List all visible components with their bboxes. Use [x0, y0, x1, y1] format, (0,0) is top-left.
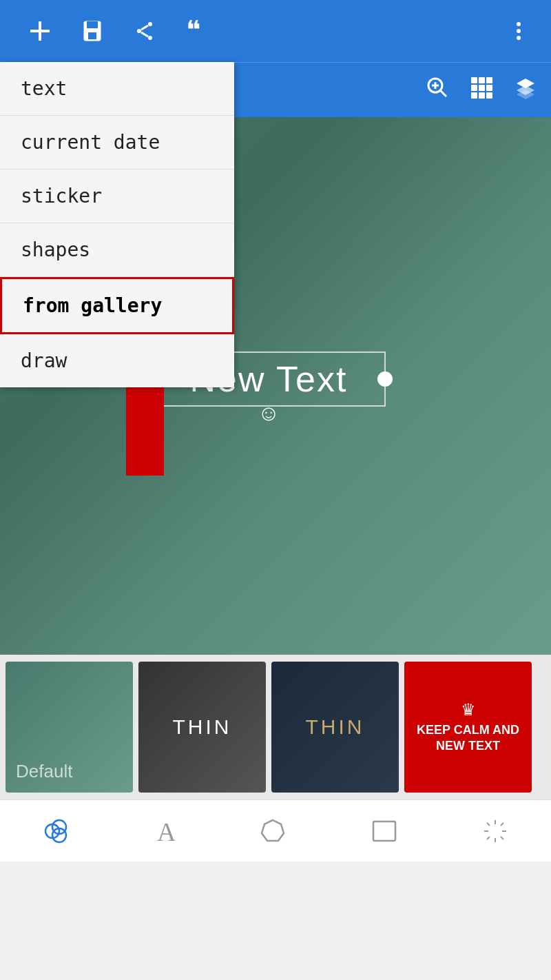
- svg-rect-18: [471, 77, 477, 83]
- svg-line-8: [141, 25, 148, 30]
- svg-point-7: [148, 36, 152, 40]
- svg-rect-3: [87, 21, 98, 28]
- menu-item-shapes[interactable]: shapes: [0, 223, 234, 277]
- canvas-smile-icon: ☺: [258, 400, 280, 426]
- svg-line-15: [440, 90, 446, 96]
- crown-icon: ♛: [461, 700, 476, 719]
- menu-item-text[interactable]: text: [0, 62, 234, 116]
- nav-frame[interactable]: [371, 817, 398, 845]
- nav-circles[interactable]: [42, 817, 70, 845]
- svg-text:❝: ❝: [186, 20, 201, 42]
- svg-rect-21: [471, 85, 477, 91]
- bottom-nav: A: [0, 799, 551, 861]
- menu-item-sticker[interactable]: sticker: [0, 170, 234, 223]
- more-button[interactable]: [515, 20, 522, 42]
- nav-text[interactable]: A: [153, 817, 175, 845]
- grid-button[interactable]: [470, 76, 493, 104]
- svg-rect-26: [486, 92, 492, 99]
- templates-strip: Default THIN THIN ♛ KEEP CALM ANDNEW TEX…: [0, 655, 551, 799]
- layers-button[interactable]: [514, 76, 537, 104]
- svg-line-41: [501, 837, 503, 839]
- top-toolbar: ❝: [0, 0, 551, 62]
- svg-point-12: [517, 29, 521, 33]
- zoom-button[interactable]: [426, 76, 449, 104]
- svg-point-13: [517, 36, 521, 40]
- svg-line-43: [487, 837, 490, 839]
- svg-line-42: [501, 823, 503, 826]
- template-thin1[interactable]: THIN: [138, 662, 266, 793]
- dropdown-menu: text current date sticker shapes from ga…: [0, 62, 234, 387]
- quote-button[interactable]: ❝: [186, 20, 211, 42]
- svg-rect-19: [479, 77, 485, 83]
- nav-magic[interactable]: [481, 817, 509, 845]
- menu-item-from-gallery[interactable]: from gallery: [0, 277, 234, 334]
- svg-rect-20: [486, 77, 492, 83]
- template-thin2-label: THIN: [306, 715, 365, 739]
- svg-rect-24: [471, 92, 477, 99]
- menu-item-draw[interactable]: draw: [0, 334, 234, 387]
- svg-text:A: A: [157, 817, 175, 845]
- nav-shape[interactable]: [259, 817, 287, 845]
- template-default-label: Default: [16, 761, 72, 782]
- svg-line-40: [487, 823, 490, 826]
- add-button[interactable]: [29, 20, 51, 42]
- svg-rect-22: [479, 85, 485, 91]
- resize-handle-right[interactable]: [377, 371, 393, 387]
- svg-point-6: [137, 29, 141, 33]
- menu-item-current-date[interactable]: current date: [0, 116, 234, 170]
- svg-rect-25: [479, 92, 485, 99]
- template-thin1-label: THIN: [173, 715, 232, 739]
- save-button[interactable]: [81, 20, 103, 42]
- secondary-tools: [426, 76, 537, 104]
- svg-point-5: [148, 22, 152, 26]
- template-default[interactable]: Default: [6, 662, 133, 793]
- svg-rect-23: [486, 85, 492, 91]
- svg-line-9: [141, 32, 148, 37]
- svg-rect-35: [373, 821, 395, 841]
- svg-rect-4: [88, 32, 96, 39]
- share-button[interactable]: [134, 20, 156, 42]
- template-keepcalm[interactable]: ♛ KEEP CALM ANDNEW TEXT: [404, 662, 532, 793]
- svg-point-11: [517, 22, 521, 26]
- template-thin2[interactable]: THIN: [271, 662, 399, 793]
- svg-marker-34: [262, 820, 284, 841]
- keepcalm-label: KEEP CALM ANDNEW TEXT: [417, 722, 519, 755]
